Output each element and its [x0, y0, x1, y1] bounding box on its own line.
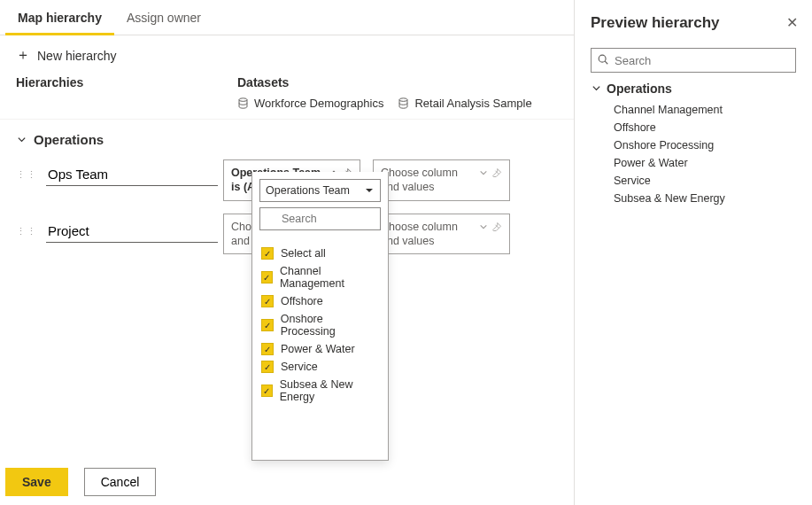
- drag-handle-icon[interactable]: ⋮⋮: [16, 226, 37, 237]
- preview-tree-item[interactable]: Subsea & New Energy: [591, 190, 796, 207]
- checkbox-checked-icon: ✓: [261, 247, 274, 260]
- chevron-down-icon[interactable]: [479, 167, 488, 180]
- eraser-icon[interactable]: [491, 221, 502, 232]
- chevron-down-icon[interactable]: [479, 221, 488, 234]
- column-select-value: Operations Team: [266, 184, 350, 197]
- close-button[interactable]: ✕: [786, 14, 798, 31]
- eraser-icon[interactable]: [491, 167, 502, 178]
- chevron-down-icon: [16, 132, 27, 147]
- preview-search-input[interactable]: [591, 48, 796, 73]
- tab-assign-owner[interactable]: Assign owner: [114, 0, 213, 35]
- tab-map-hierarchy[interactable]: Map hierarchy: [5, 0, 114, 35]
- database-icon: [237, 97, 249, 109]
- dataset-label: Retail Analysis Sample: [414, 97, 531, 110]
- filter-option[interactable]: ✓Onshore Processing: [259, 310, 381, 340]
- preview-root-node[interactable]: Operations: [591, 82, 796, 96]
- save-button[interactable]: Save: [5, 468, 68, 496]
- preview-tree-item[interactable]: Power & Water: [591, 154, 796, 172]
- operations-expander[interactable]: Operations: [16, 132, 558, 147]
- preview-tree-item[interactable]: Offshore: [591, 119, 796, 136]
- checkbox-checked-icon: ✓: [261, 361, 274, 373]
- dataset-label: Workforce Demographics: [254, 97, 383, 110]
- column-select[interactable]: Operations Team: [259, 179, 381, 202]
- filter-option-select-all[interactable]: ✓Select all: [259, 245, 381, 262]
- preview-root-label: Operations: [607, 82, 672, 96]
- column-placeholder-box[interactable]: Choose column and values: [373, 214, 510, 255]
- preview-title: Preview hierarchy: [591, 14, 796, 32]
- checkbox-checked-icon: ✓: [261, 295, 274, 307]
- filter-option[interactable]: ✓Power & Water: [259, 340, 381, 358]
- filter-option[interactable]: ✓Offshore: [259, 292, 381, 310]
- new-hierarchy-label: New hierarchy: [37, 49, 116, 63]
- preview-tree-item[interactable]: Service: [591, 172, 796, 190]
- svg-point-1: [399, 98, 407, 102]
- close-icon: ✕: [786, 15, 798, 30]
- checkbox-checked-icon: ✓: [261, 271, 273, 284]
- checkbox-checked-icon: ✓: [261, 343, 274, 355]
- hierarchies-header: Hierarchies: [16, 75, 237, 89]
- svg-line-5: [605, 61, 607, 64]
- level-name-input[interactable]: [46, 163, 218, 186]
- checkbox-checked-icon: ✓: [261, 319, 274, 331]
- preview-tree-item[interactable]: Onshore Processing: [591, 136, 796, 154]
- plus-icon: ＋: [16, 46, 30, 65]
- preview-tree-item[interactable]: Channel Management: [591, 101, 796, 119]
- cancel-button[interactable]: Cancel: [84, 468, 157, 496]
- dataset-workforce[interactable]: Workforce Demographics: [237, 97, 383, 110]
- filter-option[interactable]: ✓Channel Management: [259, 262, 381, 292]
- drag-handle-icon[interactable]: ⋮⋮: [16, 169, 37, 181]
- svg-point-0: [239, 98, 247, 102]
- search-icon: [597, 53, 609, 66]
- column-placeholder-box[interactable]: Choose column and values: [373, 159, 510, 201]
- operations-title: Operations: [34, 132, 104, 147]
- dataset-retail[interactable]: Retail Analysis Sample: [398, 97, 531, 110]
- new-hierarchy-button[interactable]: ＋ New hierarchy: [16, 46, 116, 65]
- database-icon: [398, 97, 409, 109]
- filter-search-input[interactable]: [259, 207, 381, 230]
- svg-point-4: [599, 55, 606, 62]
- chevron-down-icon: [591, 82, 601, 96]
- datasets-header: Datasets: [237, 75, 558, 89]
- column-filter-dropdown: Operations Team ✓Select all ✓Channel Man…: [251, 172, 389, 461]
- column-placeholder-label: Choose column and values: [381, 220, 479, 249]
- column-placeholder-label: Choose column and values: [381, 166, 479, 195]
- filter-option[interactable]: ✓Service: [259, 358, 381, 376]
- checkbox-checked-icon: ✓: [261, 385, 273, 397]
- level-name-input[interactable]: [46, 220, 218, 243]
- filter-option[interactable]: ✓Subsea & New Energy: [259, 376, 381, 406]
